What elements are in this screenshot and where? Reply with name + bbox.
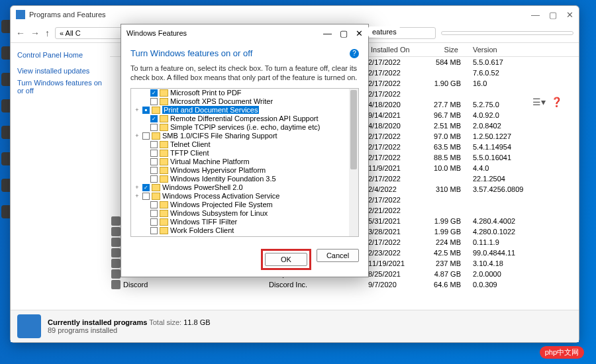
back-button[interactable]: ←	[16, 28, 25, 38]
table-row[interactable]: DiscordDiscord Inc.9/7/202064.6 MB0.0.30…	[110, 279, 579, 290]
dialog-description: To turn a feature on, select its check b…	[130, 64, 359, 83]
forward-button[interactable]: →	[30, 28, 40, 38]
tree-scrollbar[interactable]	[349, 89, 358, 236]
dialog-close-button[interactable]: ✕	[356, 28, 363, 38]
view-updates-link[interactable]: View installed updates	[17, 67, 103, 75]
expand-icon[interactable]: +	[134, 132, 140, 139]
folder-icon	[160, 227, 168, 234]
feature-checkbox[interactable]	[150, 141, 158, 148]
feature-label: Simple TCPIP services (i.e. echo, daytim…	[170, 123, 320, 131]
feature-checkbox[interactable]	[150, 201, 158, 208]
feature-item[interactable]: Windows Hypervisor Platform	[131, 166, 358, 175]
feature-label: Windows Hypervisor Platform	[170, 166, 266, 174]
feature-label: SMB 1.0/CIFS File Sharing Support	[162, 132, 277, 140]
dialog-help-icon[interactable]: ?	[350, 49, 359, 58]
dialog-maximize-button[interactable]: ▢	[340, 28, 348, 38]
feature-item[interactable]: Simple TCPIP services (i.e. echo, daytim…	[131, 123, 358, 132]
feature-checkbox[interactable]	[150, 227, 158, 234]
feature-item[interactable]: Telnet Client	[131, 140, 358, 149]
expand-icon[interactable]: +	[134, 193, 140, 199]
dialog-titlebar: Windows Features — ▢ ✕	[121, 24, 368, 42]
folder-icon	[160, 158, 168, 165]
feature-checkbox[interactable]	[150, 150, 158, 157]
feature-checkbox[interactable]	[150, 115, 158, 122]
feature-checkbox[interactable]	[150, 218, 158, 226]
feature-item[interactable]: +SMB 1.0/CIFS File Sharing Support	[131, 132, 358, 140]
cancel-button[interactable]: Cancel	[317, 249, 359, 262]
folder-icon	[160, 124, 168, 131]
feature-checkbox[interactable]	[150, 98, 158, 105]
help-icon[interactable]: ❓	[551, 97, 562, 107]
maximize-button[interactable]: ▢	[549, 10, 557, 20]
close-button[interactable]: ✕	[566, 10, 573, 20]
sidebar: Control Panel Home View installed update…	[11, 43, 110, 310]
feature-checkbox[interactable]	[150, 158, 158, 165]
col-installed[interactable]: Installed On	[368, 44, 418, 55]
feature-label: Windows Process Activation Service	[162, 192, 279, 200]
feature-checkbox[interactable]	[150, 124, 158, 131]
col-version[interactable]: Version	[461, 44, 579, 55]
minimize-button[interactable]: —	[531, 10, 540, 20]
folder-icon	[152, 193, 160, 200]
feature-label: Work Folders Client	[170, 226, 234, 234]
feature-label: Windows Projected File System	[170, 201, 273, 208]
feature-label: Microsoft XPS Document Writer	[170, 97, 273, 105]
feature-item[interactable]: Virtual Machine Platform	[131, 158, 358, 166]
feature-checkbox[interactable]	[150, 167, 158, 174]
folder-icon	[160, 175, 168, 183]
windows-features-dialog: Windows Features — ▢ ✕ Turn Windows feat…	[121, 24, 369, 277]
folder-icon	[152, 184, 160, 191]
feature-item[interactable]: Windows Identity Foundation 3.5	[131, 175, 358, 183]
feature-tree[interactable]: Microsoft Print to PDFMicrosoft XPS Docu…	[130, 88, 359, 237]
feature-label: Telnet Client	[170, 140, 211, 148]
feature-label: Remote Differential Compression API Supp…	[170, 114, 319, 122]
col-size[interactable]: Size	[418, 44, 461, 55]
status-bar: Currently installed programs Total size:…	[11, 310, 579, 342]
window-title: Programs and Features	[29, 11, 531, 19]
feature-label: Microsoft Print to PDF	[170, 89, 242, 97]
up-button[interactable]: ↑	[45, 28, 50, 38]
titlebar: Programs and Features — ▢ ✕	[11, 6, 579, 23]
feature-item[interactable]: Windows Projected File System	[131, 201, 358, 209]
feature-checkbox[interactable]	[142, 184, 150, 191]
folder-icon	[160, 89, 168, 97]
expand-icon[interactable]: +	[134, 107, 140, 113]
expand-icon[interactable]: +	[134, 184, 140, 191]
feature-item[interactable]: Windows TIFF IFilter	[131, 218, 358, 226]
feature-item[interactable]: +Windows Process Activation Service	[131, 192, 358, 201]
dialog-minimize-button[interactable]: —	[323, 28, 332, 38]
folder-icon	[160, 218, 168, 226]
dialog-title: Windows Features	[126, 29, 323, 37]
folder-icon	[160, 115, 168, 122]
feature-checkbox[interactable]	[150, 210, 158, 217]
feature-item[interactable]: Remote Differential Compression API Supp…	[131, 114, 358, 123]
ok-button[interactable]: OK	[265, 253, 307, 266]
folder-icon	[160, 201, 168, 208]
feature-checkbox[interactable]	[142, 107, 150, 114]
feature-checkbox[interactable]	[142, 193, 150, 200]
feature-item[interactable]: Microsoft Print to PDF	[131, 89, 358, 97]
feature-item[interactable]: Windows Subsystem for Linux	[131, 209, 358, 218]
view-options-icon[interactable]: ☰▾	[532, 97, 546, 107]
folder-icon	[160, 98, 168, 105]
feature-item[interactable]: TFTP Client	[131, 149, 358, 158]
feature-checkbox[interactable]	[150, 89, 158, 97]
folder-icon	[152, 107, 160, 114]
feature-label: Windows TIFF IFilter	[170, 218, 237, 226]
watermark: php中文网	[540, 346, 584, 359]
turn-features-link[interactable]: Turn Windows features on or off	[17, 79, 103, 95]
ok-highlight: OK	[261, 249, 311, 270]
feature-checkbox[interactable]	[142, 132, 150, 140]
folder-icon	[160, 150, 168, 157]
feature-item[interactable]: +Windows PowerShell 2.0	[131, 183, 358, 192]
feature-item[interactable]: Work Folders Client	[131, 226, 358, 235]
status-icon	[17, 314, 41, 338]
feature-checkbox[interactable]	[150, 175, 158, 183]
search-input[interactable]	[441, 31, 573, 35]
control-panel-home-link[interactable]: Control Panel Home	[17, 51, 103, 59]
feature-label: Print and Document Services	[162, 106, 259, 114]
feature-item[interactable]: +Print and Document Services	[131, 106, 358, 114]
breadcrumb-rest: eatures	[368, 26, 400, 37]
feature-item[interactable]: Microsoft XPS Document Writer	[131, 97, 358, 106]
feature-label: TFTP Client	[170, 149, 209, 157]
